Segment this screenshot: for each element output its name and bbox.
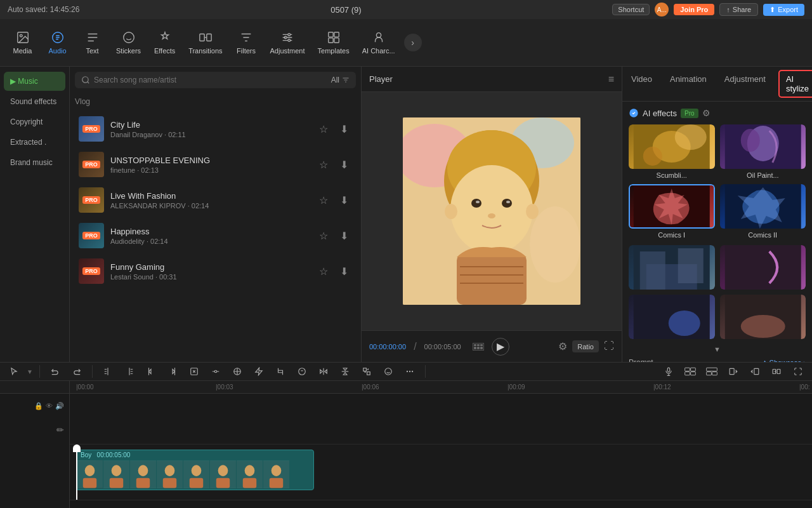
toolbar-expand-button[interactable]: › [404,34,422,51]
crop-button[interactable] [272,363,289,380]
freeze-button[interactable] [228,363,246,380]
split-tracks-button[interactable] [681,363,699,380]
toolbar-stickers[interactable]: Stickers [110,27,147,58]
freeze-icon [233,367,242,376]
tab-adjustment[interactable]: Adjustment [716,67,775,101]
mirror-h-button[interactable] [315,363,332,380]
grid-view-button[interactable] [473,343,484,351]
toolbar-text[interactable]: Text [75,27,110,58]
nav-sound-effects[interactable]: Sound effects [4,92,65,111]
more-button[interactable] [401,363,419,380]
tab-video[interactable]: Video [622,67,661,101]
svg-point-82 [85,465,95,476]
play-button[interactable]: ▶ [492,338,509,356]
ratio-button[interactable]: Ratio [572,340,599,352]
effects-grid: Scumbli... Oil Paint... [629,124,806,239]
song-thumbnail: PRO [79,152,104,177]
song-item[interactable]: PRO City Life Danail Draganov · 02:11 ☆ [75,111,356,147]
cursor-tool[interactable] [5,363,23,380]
redo-button[interactable] [68,363,86,380]
song-actions: ☆ ⬇ [315,227,352,244]
split-audio-button[interactable] [121,363,138,380]
toolbar-templates[interactable]: Templates [311,27,356,58]
ai-effects-settings-icon[interactable]: ⚙ [702,108,710,118]
song-item[interactable]: PRO UNSTOPPABLE EVENING finetune · 02:13… [75,147,356,182]
song-item[interactable]: PRO Live With Fashion ALEKSANDAR KIPROV … [75,182,356,218]
fullscreen-icon[interactable]: ⛶ [604,340,614,352]
lock-icon[interactable]: 🔒 [34,402,43,410]
download-button[interactable]: ⬇ [336,121,352,137]
delete-button[interactable] [185,363,203,380]
nav-extracted[interactable]: Extracted . [4,133,65,152]
favorite-button[interactable]: ☆ [315,121,332,137]
microphone-button[interactable] [660,363,678,380]
emoji-button[interactable] [379,363,397,380]
toolbar-media[interactable]: Media [5,27,40,58]
transform-button[interactable] [358,363,376,380]
shortcut-button[interactable]: Shortcut [612,4,650,15]
nav-brand-music[interactable]: Brand music [4,153,65,172]
svg-rect-10 [334,32,339,37]
topbar: Auto saved: 14:45:26 0507 (9) Shortcut A… [0,0,812,19]
toolbar-effects[interactable]: Effects [147,27,182,58]
svg-point-27 [445,204,457,219]
song-item[interactable]: PRO Funny Gaming Lestari Sound · 00:31 ☆ [75,253,356,289]
show-more-button[interactable]: ▼ [714,345,721,353]
effect-scumbling[interactable]: Scumbli... [629,124,715,179]
export-button[interactable]: ⬆ Export [763,4,804,16]
mask-button[interactable] [293,363,311,380]
effect-r2c[interactable] [629,295,715,339]
thumb-svg [183,460,209,488]
effect-comics2[interactable]: Comics II [720,184,806,239]
share-button[interactable]: ↑ Share [719,3,758,16]
join-pro-button[interactable]: Join Pro [674,4,714,15]
zoom-out-button[interactable] [724,363,742,380]
timeline-main: 🔒 👁 🔊 ✏ |00:00 |00:03 |00:06 |00:09 |00:… [0,381,812,508]
effect-comics1[interactable]: Comics I [629,184,715,239]
download-button[interactable]: ⬇ [336,227,352,244]
toolbar-audio[interactable]: Audio [40,27,75,58]
speed-button[interactable] [250,363,268,380]
tab-animation[interactable]: Animation [661,67,716,101]
mirror-v-button[interactable] [336,363,354,380]
split-button[interactable] [99,363,117,380]
toolbar-ai-characters[interactable]: AI Charc... [356,27,402,58]
volume-icon[interactable]: 🔊 [55,402,64,410]
favorite-button[interactable]: ☆ [315,156,332,173]
trim-start-button[interactable] [142,363,160,380]
favorite-button[interactable]: ☆ [315,192,332,208]
edit-icon[interactable]: ✏ [56,425,64,435]
trim-end-button[interactable] [164,363,181,380]
zoom-in-button[interactable] [746,363,764,380]
visibility-icon[interactable]: 👁 [46,402,53,410]
settings-icon[interactable]: ⚙ [558,340,567,352]
effect-oil-paint[interactable]: Oil Paint... [720,124,806,179]
song-item[interactable]: PRO Happiness Audiodelity · 02:14 ☆ ⬇ [75,218,356,253]
effect-r2a[interactable] [629,245,715,290]
detach-button[interactable] [207,363,225,380]
effect-r2d[interactable] [720,295,806,339]
fullscreen-timeline-button[interactable] [789,363,807,380]
effect-r2b[interactable] [720,245,806,290]
toolbar-adjustment[interactable]: Adjustment [264,27,311,58]
nav-copyright[interactable]: Copyright [4,112,65,131]
search-input[interactable] [94,76,327,84]
toolbar-filters[interactable]: Filters [229,27,264,58]
layout-button[interactable] [703,363,721,380]
download-button[interactable]: ⬇ [336,263,352,279]
song-info: City Life Danail Draganov · 02:11 [110,120,309,138]
favorite-button[interactable]: ☆ [315,227,332,244]
download-button[interactable]: ⬇ [336,156,352,173]
move-left-button[interactable] [768,363,785,380]
undo-button[interactable] [46,363,64,380]
download-button[interactable]: ⬇ [336,192,352,208]
song-thumbnail: PRO [79,223,104,248]
favorite-button[interactable]: ☆ [315,263,332,279]
video-clip[interactable]: Boy 00:00:05:00 [76,450,314,490]
avatar[interactable]: A... [655,3,669,17]
player-menu-button[interactable]: ≡ [608,74,614,85]
nav-music[interactable]: ▶ Music [4,72,65,91]
tab-ai-stylize[interactable]: AI stylize [778,70,812,98]
toolbar-transitions[interactable]: Transitions [182,27,228,58]
all-filter-button[interactable]: All [331,76,350,84]
